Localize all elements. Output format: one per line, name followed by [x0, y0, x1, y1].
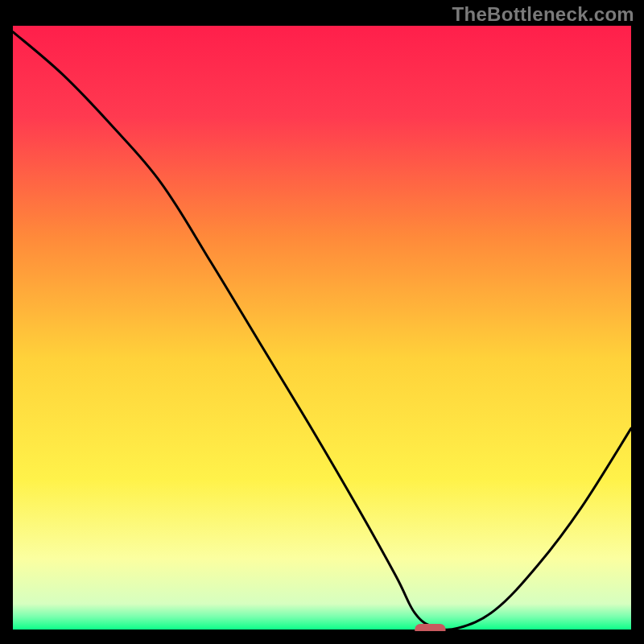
watermark-text: TheBottleneck.com: [452, 3, 634, 26]
optimal-point-marker: [415, 624, 445, 631]
chart-frame: TheBottleneck.com: [0, 0, 644, 644]
bottleneck-chart: [13, 26, 631, 631]
gradient-background: [13, 26, 631, 631]
